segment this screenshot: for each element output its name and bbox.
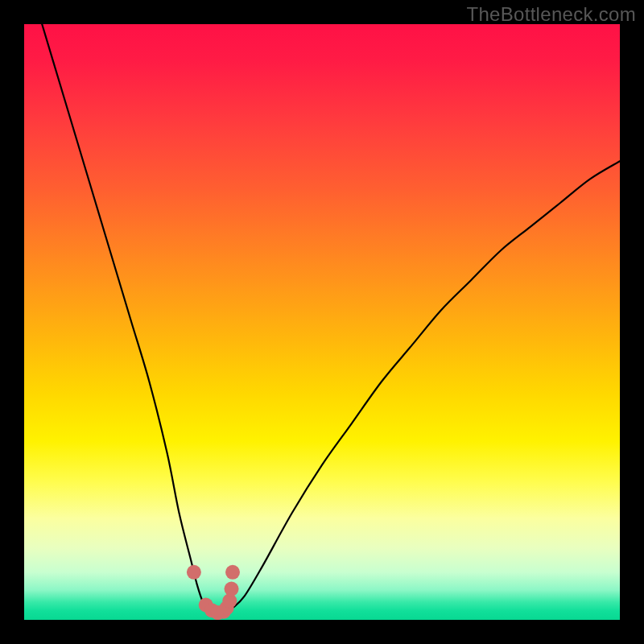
- bottleneck-curve: [42, 24, 620, 614]
- plot-area: [24, 24, 620, 620]
- highlight-marker: [225, 582, 239, 597]
- highlight-marker: [225, 565, 240, 580]
- highlight-marker: [187, 565, 201, 580]
- curve-layer: [24, 24, 620, 620]
- highlight-markers: [187, 565, 240, 620]
- chart-frame: TheBottleneck.com: [0, 0, 644, 644]
- watermark-text: TheBottleneck.com: [466, 3, 636, 26]
